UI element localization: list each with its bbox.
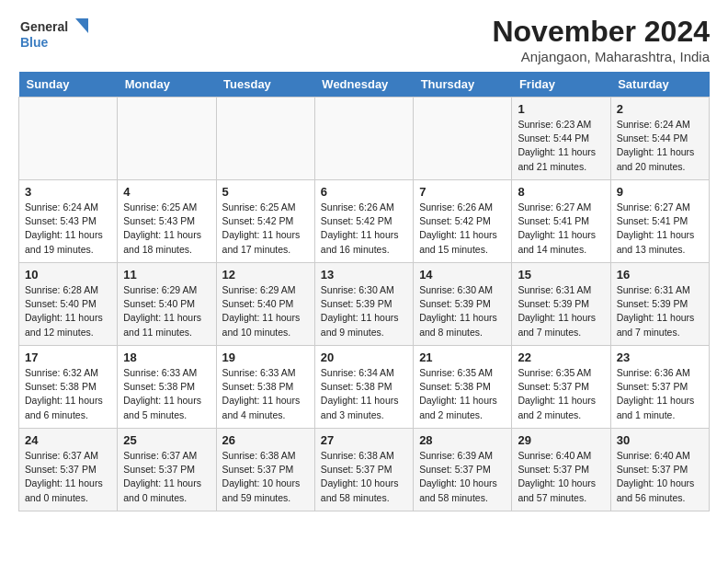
day-number: 8 bbox=[518, 185, 604, 199]
col-header-sunday: Sunday bbox=[19, 72, 118, 98]
day-cell bbox=[19, 98, 118, 180]
day-cell: 2Sunrise: 6:24 AM Sunset: 5:44 PM Daylig… bbox=[610, 98, 709, 180]
day-info: Sunrise: 6:31 AM Sunset: 5:39 PM Dayligh… bbox=[617, 283, 703, 339]
header: GeneralBlue November 2024 Anjangaon, Mah… bbox=[18, 15, 710, 64]
day-number: 10 bbox=[25, 268, 111, 282]
day-number: 28 bbox=[419, 433, 506, 447]
day-number: 2 bbox=[617, 102, 703, 116]
day-cell: 30Sunrise: 6:40 AM Sunset: 5:37 PM Dayli… bbox=[610, 429, 709, 511]
day-number: 16 bbox=[617, 268, 703, 282]
day-cell: 28Sunrise: 6:39 AM Sunset: 5:37 PM Dayli… bbox=[414, 429, 512, 511]
day-number: 12 bbox=[222, 268, 309, 282]
day-info: Sunrise: 6:25 AM Sunset: 5:43 PM Dayligh… bbox=[123, 201, 210, 257]
day-info: Sunrise: 6:33 AM Sunset: 5:38 PM Dayligh… bbox=[222, 366, 309, 422]
day-cell: 23Sunrise: 6:36 AM Sunset: 5:37 PM Dayli… bbox=[610, 346, 709, 429]
day-cell: 21Sunrise: 6:35 AM Sunset: 5:38 PM Dayli… bbox=[414, 346, 512, 429]
day-info: Sunrise: 6:40 AM Sunset: 5:37 PM Dayligh… bbox=[617, 449, 703, 505]
day-cell bbox=[414, 98, 512, 180]
day-info: Sunrise: 6:27 AM Sunset: 5:41 PM Dayligh… bbox=[518, 201, 604, 257]
day-number: 5 bbox=[222, 185, 309, 199]
day-cell: 20Sunrise: 6:34 AM Sunset: 5:38 PM Dayli… bbox=[314, 346, 413, 429]
month-title: November 2024 bbox=[492, 15, 710, 49]
week-row-5: 24Sunrise: 6:37 AM Sunset: 5:37 PM Dayli… bbox=[19, 429, 710, 511]
day-info: Sunrise: 6:37 AM Sunset: 5:37 PM Dayligh… bbox=[123, 449, 210, 505]
day-cell bbox=[314, 98, 413, 180]
day-info: Sunrise: 6:26 AM Sunset: 5:42 PM Dayligh… bbox=[419, 201, 506, 257]
col-header-friday: Friday bbox=[512, 72, 610, 98]
day-cell: 24Sunrise: 6:37 AM Sunset: 5:37 PM Dayli… bbox=[19, 429, 118, 511]
day-number: 18 bbox=[123, 350, 210, 364]
day-number: 25 bbox=[123, 433, 210, 447]
day-cell: 5Sunrise: 6:25 AM Sunset: 5:42 PM Daylig… bbox=[216, 180, 314, 263]
day-cell bbox=[118, 98, 216, 180]
location: Anjangaon, Maharashtra, India bbox=[492, 49, 710, 64]
day-info: Sunrise: 6:30 AM Sunset: 5:39 PM Dayligh… bbox=[419, 283, 506, 339]
day-info: Sunrise: 6:28 AM Sunset: 5:40 PM Dayligh… bbox=[25, 283, 111, 339]
day-number: 22 bbox=[518, 350, 604, 364]
day-number: 19 bbox=[222, 350, 309, 364]
day-cell bbox=[216, 98, 314, 180]
week-row-4: 17Sunrise: 6:32 AM Sunset: 5:38 PM Dayli… bbox=[19, 346, 710, 429]
day-number: 29 bbox=[518, 433, 604, 447]
day-info: Sunrise: 6:40 AM Sunset: 5:37 PM Dayligh… bbox=[518, 449, 604, 505]
svg-text:General: General bbox=[20, 19, 68, 34]
day-info: Sunrise: 6:38 AM Sunset: 5:37 PM Dayligh… bbox=[321, 449, 407, 505]
day-cell: 16Sunrise: 6:31 AM Sunset: 5:39 PM Dayli… bbox=[610, 263, 709, 346]
day-info: Sunrise: 6:26 AM Sunset: 5:42 PM Dayligh… bbox=[321, 201, 407, 257]
day-cell: 15Sunrise: 6:31 AM Sunset: 5:39 PM Dayli… bbox=[512, 263, 610, 346]
day-info: Sunrise: 6:34 AM Sunset: 5:38 PM Dayligh… bbox=[321, 366, 407, 422]
day-number: 4 bbox=[123, 185, 210, 199]
week-row-1: 1Sunrise: 6:23 AM Sunset: 5:44 PM Daylig… bbox=[19, 98, 710, 180]
day-info: Sunrise: 6:35 AM Sunset: 5:38 PM Dayligh… bbox=[419, 366, 506, 422]
day-cell: 7Sunrise: 6:26 AM Sunset: 5:42 PM Daylig… bbox=[414, 180, 512, 263]
day-cell: 12Sunrise: 6:29 AM Sunset: 5:40 PM Dayli… bbox=[216, 263, 314, 346]
day-info: Sunrise: 6:29 AM Sunset: 5:40 PM Dayligh… bbox=[123, 283, 210, 339]
day-info: Sunrise: 6:33 AM Sunset: 5:38 PM Dayligh… bbox=[123, 366, 210, 422]
title-area: November 2024 Anjangaon, Maharashtra, In… bbox=[492, 15, 710, 64]
general-blue-icon: GeneralBlue bbox=[18, 15, 92, 52]
day-number: 27 bbox=[321, 433, 407, 447]
day-info: Sunrise: 6:24 AM Sunset: 5:43 PM Dayligh… bbox=[25, 201, 111, 257]
day-cell: 18Sunrise: 6:33 AM Sunset: 5:38 PM Dayli… bbox=[118, 346, 216, 429]
day-number: 15 bbox=[518, 268, 604, 282]
day-cell: 26Sunrise: 6:38 AM Sunset: 5:37 PM Dayli… bbox=[216, 429, 314, 511]
day-info: Sunrise: 6:29 AM Sunset: 5:40 PM Dayligh… bbox=[222, 283, 309, 339]
svg-marker-2 bbox=[75, 18, 88, 33]
day-number: 23 bbox=[617, 350, 703, 364]
week-row-2: 3Sunrise: 6:24 AM Sunset: 5:43 PM Daylig… bbox=[19, 180, 710, 263]
day-number: 24 bbox=[25, 433, 111, 447]
day-info: Sunrise: 6:36 AM Sunset: 5:37 PM Dayligh… bbox=[617, 366, 703, 422]
day-cell: 25Sunrise: 6:37 AM Sunset: 5:37 PM Dayli… bbox=[118, 429, 216, 511]
calendar-table: SundayMondayTuesdayWednesdayThursdayFrid… bbox=[18, 72, 710, 511]
day-cell: 4Sunrise: 6:25 AM Sunset: 5:43 PM Daylig… bbox=[118, 180, 216, 263]
day-number: 7 bbox=[419, 185, 506, 199]
day-info: Sunrise: 6:25 AM Sunset: 5:42 PM Dayligh… bbox=[222, 201, 309, 257]
day-number: 26 bbox=[222, 433, 309, 447]
day-cell: 29Sunrise: 6:40 AM Sunset: 5:37 PM Dayli… bbox=[512, 429, 610, 511]
svg-text:Blue: Blue bbox=[20, 35, 49, 50]
day-info: Sunrise: 6:39 AM Sunset: 5:37 PM Dayligh… bbox=[419, 449, 506, 505]
header-row: SundayMondayTuesdayWednesdayThursdayFrid… bbox=[19, 72, 710, 98]
day-number: 1 bbox=[518, 102, 604, 116]
day-info: Sunrise: 6:23 AM Sunset: 5:44 PM Dayligh… bbox=[518, 118, 604, 174]
week-row-3: 10Sunrise: 6:28 AM Sunset: 5:40 PM Dayli… bbox=[19, 263, 710, 346]
day-cell: 14Sunrise: 6:30 AM Sunset: 5:39 PM Dayli… bbox=[414, 263, 512, 346]
logo: GeneralBlue bbox=[18, 15, 97, 52]
day-number: 30 bbox=[617, 433, 703, 447]
day-number: 6 bbox=[321, 185, 407, 199]
day-info: Sunrise: 6:27 AM Sunset: 5:41 PM Dayligh… bbox=[617, 201, 703, 257]
day-number: 20 bbox=[321, 350, 407, 364]
day-number: 14 bbox=[419, 268, 506, 282]
day-cell: 11Sunrise: 6:29 AM Sunset: 5:40 PM Dayli… bbox=[118, 263, 216, 346]
day-cell: 6Sunrise: 6:26 AM Sunset: 5:42 PM Daylig… bbox=[314, 180, 413, 263]
day-cell: 10Sunrise: 6:28 AM Sunset: 5:40 PM Dayli… bbox=[19, 263, 118, 346]
day-info: Sunrise: 6:35 AM Sunset: 5:37 PM Dayligh… bbox=[518, 366, 604, 422]
day-info: Sunrise: 6:38 AM Sunset: 5:37 PM Dayligh… bbox=[222, 449, 309, 505]
day-cell: 13Sunrise: 6:30 AM Sunset: 5:39 PM Dayli… bbox=[314, 263, 413, 346]
day-cell: 1Sunrise: 6:23 AM Sunset: 5:44 PM Daylig… bbox=[512, 98, 610, 180]
day-number: 21 bbox=[419, 350, 506, 364]
day-info: Sunrise: 6:37 AM Sunset: 5:37 PM Dayligh… bbox=[25, 449, 111, 505]
col-header-saturday: Saturday bbox=[610, 72, 709, 98]
col-header-tuesday: Tuesday bbox=[216, 72, 314, 98]
day-info: Sunrise: 6:31 AM Sunset: 5:39 PM Dayligh… bbox=[518, 283, 604, 339]
